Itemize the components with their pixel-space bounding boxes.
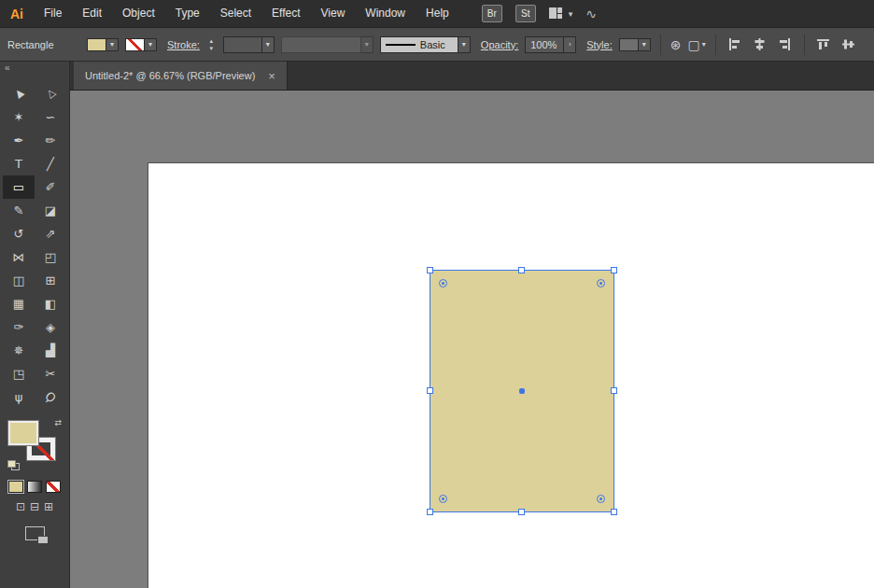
canvas-viewport[interactable]	[70, 91, 874, 588]
artboard[interactable]	[148, 163, 874, 588]
fill-color-dropdown[interactable]: ▾	[87, 36, 119, 53]
vertical-align-top-button[interactable]	[814, 35, 833, 54]
symbol-sprayer-tool[interactable]: ✵	[3, 339, 35, 362]
stroke-weight-stepper[interactable]: ▴ ▾	[206, 35, 217, 54]
stepper-up-icon[interactable]: ▴	[206, 37, 217, 45]
style-dropdown[interactable]: ▾	[619, 36, 651, 53]
artwork-rectangle[interactable]	[430, 270, 614, 512]
color-button[interactable]	[8, 481, 23, 493]
selection-handle-e[interactable]	[611, 387, 617, 394]
context-label: Rectangle	[7, 39, 80, 50]
gradient-button[interactable]	[27, 481, 42, 493]
lasso-tool[interactable]: ∽	[35, 105, 66, 129]
default-colors-icon[interactable]	[7, 460, 20, 470]
selection-handle-nw[interactable]	[427, 267, 433, 273]
align-left-icon	[728, 38, 740, 50]
selection-handle-s[interactable]	[518, 509, 525, 515]
align-left-button[interactable]	[726, 35, 744, 54]
document-setup-button[interactable]: ▢ ▾	[687, 36, 705, 53]
selection-handle-n[interactable]	[518, 267, 525, 273]
width-profile-dropdown: ▾	[281, 36, 374, 53]
corner-widget-se[interactable]	[597, 495, 605, 503]
stroke-label[interactable]: Stroke:	[167, 39, 200, 50]
curvature-tool[interactable]: ✏	[35, 129, 66, 152]
document-tab[interactable]: Untitled-2* @ 66.67% (RGB/Preview) ×	[74, 62, 288, 90]
swap-fill-stroke-icon[interactable]: ⇄	[54, 418, 62, 427]
menu-help[interactable]: Help	[416, 0, 459, 27]
shape-builder-tool[interactable]: ◫	[3, 269, 35, 292]
fill-color-swatch[interactable]	[8, 421, 38, 445]
selection-tool[interactable]: ▶	[3, 82, 35, 105]
eyedropper-tool[interactable]: ✑	[3, 315, 35, 339]
fill-swatch	[87, 38, 106, 51]
menu-type[interactable]: Type	[165, 0, 210, 27]
menu-select[interactable]: Select	[210, 0, 261, 27]
align-right-button[interactable]	[776, 35, 795, 54]
screen-mode-button[interactable]	[25, 526, 45, 540]
perspective-grid-tool[interactable]: ⊞	[35, 269, 66, 292]
width-tool[interactable]: ⋈	[3, 245, 35, 269]
workspace-caret-icon[interactable]: ▾	[569, 9, 573, 19]
slice-tool[interactable]: ✂	[35, 362, 66, 385]
menu-effect[interactable]: Effect	[261, 0, 310, 27]
bridge-button[interactable]: Br	[482, 5, 502, 22]
gradient-tool[interactable]: ◧	[35, 292, 66, 315]
close-icon[interactable]: ×	[268, 70, 275, 82]
corner-widget-ne[interactable]	[597, 279, 605, 287]
draw-inside-icon[interactable]: ⊞	[44, 500, 53, 513]
selection-handle-ne[interactable]	[611, 267, 617, 273]
corner-widget-sw[interactable]	[439, 495, 447, 503]
eraser-tool[interactable]: ◪	[35, 199, 66, 222]
selection-handle-sw[interactable]	[427, 509, 433, 515]
gpu-performance-icon[interactable]: ∿	[585, 7, 597, 21]
pen-tool[interactable]: ✒	[3, 129, 35, 152]
type-tool[interactable]: T	[3, 152, 35, 175]
rectangle-tool[interactable]: ▭	[3, 175, 35, 199]
artboard-tool[interactable]: ◳	[3, 362, 35, 385]
style-label[interactable]: Style:	[586, 39, 613, 50]
menu-object[interactable]: Object	[112, 0, 165, 27]
stock-button[interactable]: St	[515, 5, 536, 22]
corner-widget-nw[interactable]	[439, 279, 447, 287]
free-transform-tool[interactable]: ◰	[35, 245, 66, 269]
shaper-icon: ✎	[14, 203, 24, 217]
rotate-tool[interactable]: ↺	[3, 222, 35, 245]
line-segment-tool[interactable]: ╱	[35, 152, 66, 175]
blend-tool[interactable]: ◈	[35, 315, 66, 339]
scale-icon: ⇗	[46, 227, 56, 241]
menu-edit[interactable]: Edit	[72, 0, 112, 27]
vertical-align-center-button[interactable]	[839, 35, 858, 54]
none-button[interactable]	[46, 481, 61, 493]
workspace-switcher-icon[interactable]	[549, 7, 563, 20]
scale-tool[interactable]: ⇗	[35, 222, 66, 245]
mesh-tool[interactable]: ▦	[3, 292, 35, 315]
hand-tool[interactable]: ψ	[3, 385, 35, 409]
stepper-down-icon[interactable]: ▾	[206, 45, 217, 52]
collapse-panel-icon[interactable]: «	[0, 62, 69, 77]
menu-view[interactable]: View	[311, 0, 356, 27]
magic-wand-tool[interactable]: ✶	[3, 105, 35, 129]
direct-selection-tool[interactable]: ▷	[35, 82, 66, 105]
stroke-color-dropdown[interactable]: ▾	[125, 36, 157, 53]
opacity-value[interactable]: 100%	[525, 36, 564, 53]
selection-handle-w[interactable]	[427, 387, 433, 394]
align-center-button[interactable]	[751, 35, 769, 54]
paintbrush-tool[interactable]: ✐	[35, 175, 66, 199]
stroke-weight-dropdown[interactable]: ▾	[223, 36, 275, 53]
recolor-artwork-button[interactable]: ⊛	[670, 37, 682, 52]
opacity-dropdown[interactable]: 100% ›	[525, 36, 576, 53]
draw-behind-icon[interactable]: ⊟	[30, 500, 39, 513]
chevron-down-icon: ▾	[262, 36, 275, 53]
center-point[interactable]	[519, 388, 525, 394]
column-graph-tool[interactable]: ▟	[35, 339, 66, 362]
draw-normal-icon[interactable]: ⊡	[16, 500, 25, 513]
menu-file[interactable]: File	[34, 0, 72, 27]
stroke-weight-value[interactable]	[223, 36, 262, 53]
menu-window[interactable]: Window	[355, 0, 416, 27]
opacity-label[interactable]: Opacity:	[481, 39, 518, 50]
selection-handle-se[interactable]	[611, 509, 617, 515]
zoom-tool[interactable]: Ϙ	[35, 385, 66, 409]
shaper-tool[interactable]: ✎	[3, 199, 35, 222]
brush-definition-dropdown[interactable]: Basic ▾	[380, 36, 471, 53]
document-area: Untitled-2* @ 66.67% (RGB/Preview) ×	[70, 62, 874, 588]
